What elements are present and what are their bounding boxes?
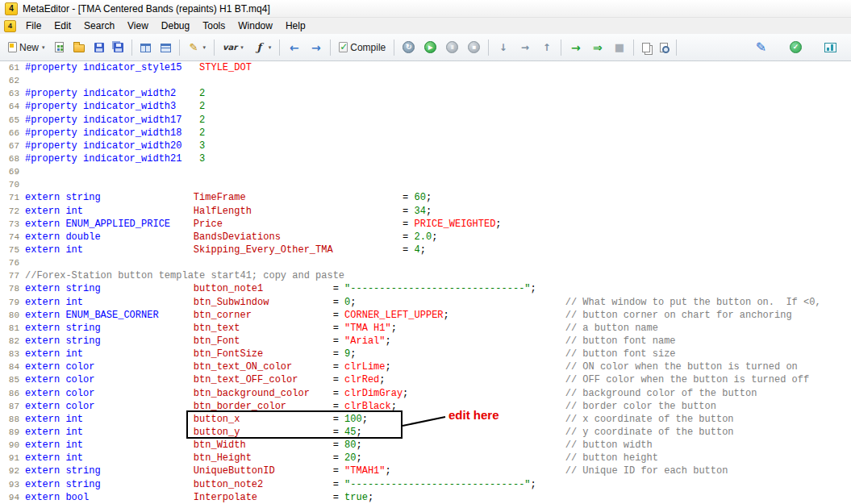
line-number[interactable]: 62 <box>0 74 25 87</box>
compile-button[interactable]: Compile <box>335 37 390 57</box>
step-out-icon-button[interactable]: ↑ <box>536 37 557 57</box>
line-number[interactable]: 66 <box>0 127 25 140</box>
code-editor[interactable]: 61#property indicator_style15 STYLE_DOT6… <box>0 61 851 504</box>
navigate-back-icon-button[interactable]: ← <box>284 37 304 57</box>
line-number[interactable]: 85 <box>0 373 25 386</box>
code-line[interactable]: 82extern string btn_Font = "Arial"; // b… <box>0 335 851 348</box>
mql-wizard-icon-button[interactable] <box>51 37 68 57</box>
code-line[interactable]: 94extern bool Interpolate = true; <box>0 491 851 504</box>
code-line[interactable]: 61#property indicator_style15 STYLE_DOT <box>0 61 851 74</box>
code-line[interactable]: 69 <box>0 165 851 178</box>
code-line[interactable]: 75extern int Skipping_Every_Other_TMA = … <box>0 244 851 256</box>
debug-start-icon-button[interactable]: ▶ <box>420 37 440 57</box>
code-line[interactable]: 70 <box>0 178 851 191</box>
code-line[interactable]: 66#property indicator_width18 2 <box>0 127 851 140</box>
line-number[interactable]: 79 <box>0 296 25 309</box>
line-number[interactable]: 67 <box>0 140 25 152</box>
code-line[interactable]: 63#property indicator_width2 2 <box>0 87 851 100</box>
line-number[interactable]: 87 <box>0 400 25 413</box>
line-number[interactable]: 64 <box>0 100 25 113</box>
line-number[interactable]: 88 <box>0 413 25 426</box>
debug-restart-icon-button[interactable]: ↻ <box>398 37 419 57</box>
line-number[interactable]: 65 <box>0 114 25 127</box>
code-line[interactable]: 64#property indicator_width3 2 <box>0 100 851 113</box>
code-line[interactable]: 74extern double BandsDeviations = 2.0; <box>0 231 851 244</box>
code-line[interactable]: 91extern int btn_Height = 20; // button … <box>0 452 851 464</box>
code-line[interactable]: 68#property indicator_width21 3 <box>0 152 851 165</box>
code-line[interactable]: 73extern ENUM_APPLIED_PRICE Price = PRIC… <box>0 218 851 231</box>
menu-item-tools[interactable]: Tools <box>196 19 232 33</box>
code-line[interactable]: 84extern color btn_text_ON_color = clrLi… <box>0 360 851 373</box>
line-number[interactable]: 61 <box>0 61 25 74</box>
menu-item-window[interactable]: Window <box>232 19 279 33</box>
code-line[interactable]: 76 <box>0 256 851 269</box>
code-line[interactable]: 65#property indicator_width17 2 <box>0 114 851 127</box>
line-number[interactable]: 71 <box>0 191 25 204</box>
code-line[interactable]: 83extern int btn_FontSize = 9; // button… <box>0 348 851 360</box>
line-number[interactable]: 63 <box>0 87 25 100</box>
line-number[interactable]: 81 <box>0 322 25 335</box>
code-line[interactable]: 79extern int btn_Subwindow = 0; // What … <box>0 296 851 309</box>
line-number[interactable]: 83 <box>0 348 25 360</box>
navigate-forward-icon-button[interactable]: → <box>306 37 326 57</box>
code-line[interactable]: 90extern int btn_Width = 80; // button w… <box>0 439 851 452</box>
tile-windows-vertical-icon-button[interactable] <box>136 37 155 57</box>
line-number[interactable]: 89 <box>0 426 25 439</box>
code-line[interactable]: 92extern string UniqueButtonID = "TMAH1"… <box>0 464 851 477</box>
metaeditor-pencil-icon-button[interactable]: ✎ <box>751 37 771 57</box>
menu-item-view[interactable]: View <box>121 19 155 33</box>
document-mdi-icon[interactable]: 4 <box>4 20 16 32</box>
code-line[interactable]: 93extern string button_note2 = "--------… <box>0 478 851 491</box>
menu-item-search[interactable]: Search <box>77 19 121 33</box>
code-line[interactable]: 67#property indicator_width20 3 <box>0 140 851 152</box>
tile-windows-horizontal-icon-button[interactable] <box>156 37 175 57</box>
profiler-report-icon-button[interactable] <box>638 37 654 57</box>
code-search-icon-button[interactable] <box>656 37 672 57</box>
code-line[interactable]: 62 <box>0 74 851 87</box>
continue-icon-button[interactable]: ⇒ <box>587 37 607 57</box>
debug-stop-icon-button[interactable]: ■ <box>464 37 484 57</box>
menu-item-file[interactable]: File <box>19 19 48 33</box>
code-line[interactable]: 80extern ENUM_BASE_CORNER btn_corner = C… <box>0 309 851 322</box>
styler-icon-button[interactable]: ✎▾ <box>184 37 211 57</box>
security-check-icon-button[interactable]: ✓ <box>786 37 806 57</box>
line-number[interactable]: 75 <box>0 244 25 256</box>
save-icon-button[interactable] <box>90 37 108 57</box>
line-number[interactable]: 80 <box>0 309 25 322</box>
line-number[interactable]: 82 <box>0 335 25 348</box>
insert-function-icon-button[interactable]: ƒ▾ <box>249 37 276 57</box>
line-number[interactable]: 94 <box>0 491 25 504</box>
line-number[interactable]: 92 <box>0 464 25 477</box>
insert-variable-icon-button[interactable]: var▾ <box>219 37 248 57</box>
menu-item-edit[interactable]: Edit <box>48 19 77 33</box>
code-line[interactable]: 78extern string button_note1 = "--------… <box>0 282 851 295</box>
line-number[interactable]: 77 <box>0 269 25 282</box>
line-number[interactable]: 78 <box>0 282 25 295</box>
run-to-cursor-icon-button[interactable]: → <box>565 37 586 57</box>
code-line[interactable]: 89extern int button_y = 45; // y coordin… <box>0 426 851 439</box>
code-line[interactable]: 77//Forex-Station button template start4… <box>0 269 851 282</box>
line-number[interactable]: 74 <box>0 231 25 244</box>
line-number[interactable]: 69 <box>0 165 25 178</box>
menu-item-debug[interactable]: Debug <box>155 19 196 33</box>
menu-item-help[interactable]: Help <box>279 19 312 33</box>
line-number[interactable]: 73 <box>0 218 25 231</box>
line-number[interactable]: 93 <box>0 478 25 491</box>
code-line[interactable]: 87extern color btn_border_color = clrBla… <box>0 400 851 413</box>
line-number[interactable]: 72 <box>0 205 25 218</box>
code-line[interactable]: 88extern int button_x = 100; // x coordi… <box>0 413 851 426</box>
code-line[interactable]: 85extern color btn_text_OFF_color = clrR… <box>0 373 851 386</box>
line-number[interactable]: 68 <box>0 152 25 165</box>
code-line[interactable]: 72extern int HalfLength = 34; <box>0 205 851 218</box>
code-line[interactable]: 86extern color btn_background_color = cl… <box>0 387 851 400</box>
step-into-icon-button[interactable]: ↓ <box>493 37 513 57</box>
line-number[interactable]: 84 <box>0 360 25 373</box>
code-line[interactable]: 71extern string TimeFrame = 60; <box>0 191 851 204</box>
debug-pause-icon-button[interactable]: ‖ <box>442 37 462 57</box>
line-number[interactable]: 76 <box>0 256 25 269</box>
line-number[interactable]: 91 <box>0 452 25 464</box>
line-number[interactable]: 86 <box>0 387 25 400</box>
save-all-icon-button[interactable] <box>110 37 127 57</box>
new-button[interactable]: New▾ <box>4 37 49 57</box>
open-file-icon-button[interactable] <box>69 37 89 57</box>
